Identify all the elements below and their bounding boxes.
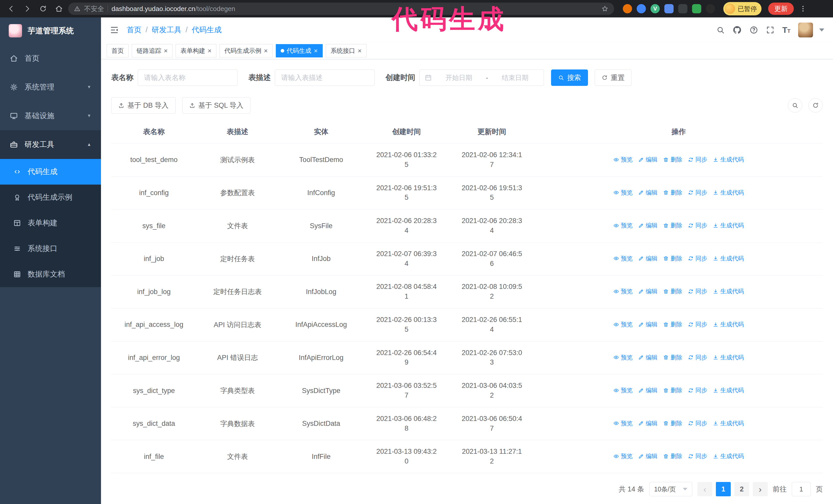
next-page-button[interactable]: › bbox=[753, 482, 768, 496]
action-preview[interactable]: 预览 bbox=[613, 189, 633, 197]
action-edit[interactable]: 编辑 bbox=[638, 452, 658, 460]
bookmark-star-icon[interactable] bbox=[601, 5, 609, 12]
action-delete[interactable]: 删除 bbox=[663, 287, 682, 295]
tab-2[interactable]: 表单构建× bbox=[175, 44, 216, 57]
action-preview[interactable]: 预览 bbox=[613, 287, 633, 295]
action-preview[interactable]: 预览 bbox=[613, 221, 633, 230]
tab-1[interactable]: 链路追踪× bbox=[132, 44, 172, 57]
sidebar-item-1[interactable]: 系统管理▼ bbox=[0, 73, 101, 101]
action-sync[interactable]: 同步 bbox=[688, 189, 707, 197]
tab-close-icon[interactable]: × bbox=[264, 47, 268, 54]
sidebar-subitem-3[interactable]: 系统接口 bbox=[0, 236, 101, 262]
search-button[interactable]: 搜索 bbox=[551, 70, 588, 86]
action-delete[interactable]: 删除 bbox=[663, 155, 682, 164]
action-delete[interactable]: 删除 bbox=[663, 386, 682, 394]
tab-0[interactable]: 首页 bbox=[106, 44, 129, 57]
tab-close-icon[interactable]: × bbox=[358, 47, 362, 54]
action-edit[interactable]: 编辑 bbox=[638, 155, 658, 164]
action-sync[interactable]: 同步 bbox=[688, 452, 707, 460]
tab-4[interactable]: 代码生成× bbox=[276, 44, 323, 57]
action-edit[interactable]: 编辑 bbox=[638, 189, 658, 197]
action-generate-code[interactable]: 生成代码 bbox=[713, 354, 744, 361]
action-edit[interactable]: 编辑 bbox=[638, 419, 658, 427]
sidebar-subitem-0[interactable]: 代码生成 bbox=[0, 159, 101, 185]
breadcrumb-item-0[interactable]: 首页 bbox=[127, 25, 142, 35]
breadcrumb-item-1[interactable]: 研发工具 bbox=[152, 25, 182, 35]
extension-icon-1[interactable] bbox=[623, 4, 632, 13]
action-preview[interactable]: 预览 bbox=[613, 452, 633, 460]
header-search-icon[interactable] bbox=[716, 26, 725, 34]
tab-3[interactable]: 代码生成示例× bbox=[219, 44, 272, 57]
action-generate-code[interactable]: 生成代码 bbox=[713, 221, 744, 230]
sidebar-subitem-2[interactable]: 表单构建 bbox=[0, 210, 101, 236]
action-delete[interactable]: 删除 bbox=[663, 320, 682, 329]
font-size-icon[interactable]: TT bbox=[782, 26, 790, 34]
action-sync[interactable]: 同步 bbox=[688, 155, 707, 164]
sidebar-item-0[interactable]: 首页 bbox=[0, 44, 101, 73]
action-edit[interactable]: 编辑 bbox=[638, 221, 658, 230]
address-bar[interactable]: 不安全 dashboard.yudao.iocoder.cn/tool/code… bbox=[68, 3, 614, 15]
action-delete[interactable]: 删除 bbox=[663, 221, 682, 230]
extension-icon-7[interactable] bbox=[706, 4, 715, 13]
github-icon[interactable] bbox=[733, 25, 742, 34]
page-size-select[interactable]: 10条/页 bbox=[649, 482, 692, 496]
action-generate-code[interactable]: 生成代码 bbox=[713, 189, 744, 197]
action-sync[interactable]: 同步 bbox=[688, 419, 707, 427]
action-sync[interactable]: 同步 bbox=[688, 221, 707, 230]
action-delete[interactable]: 删除 bbox=[663, 189, 682, 197]
action-delete[interactable]: 删除 bbox=[663, 452, 682, 460]
action-edit[interactable]: 编辑 bbox=[638, 320, 658, 329]
browser-menu-kebab-icon[interactable] bbox=[796, 2, 810, 16]
table-desc-input[interactable] bbox=[275, 70, 375, 86]
reload-button[interactable] bbox=[37, 2, 50, 16]
tab-close-icon[interactable]: × bbox=[208, 47, 211, 54]
action-sync[interactable]: 同步 bbox=[688, 354, 707, 361]
import-sql-button[interactable]: 基于 SQL 导入 bbox=[182, 97, 251, 114]
action-preview[interactable]: 预览 bbox=[613, 155, 633, 164]
action-sync[interactable]: 同步 bbox=[688, 255, 707, 263]
browser-home-button[interactable] bbox=[52, 2, 66, 16]
sidebar-subitem-1[interactable]: 代码生成示例 bbox=[0, 185, 101, 210]
page-button-1[interactable]: 1 bbox=[716, 482, 731, 496]
back-button[interactable] bbox=[5, 2, 18, 16]
action-delete[interactable]: 删除 bbox=[663, 419, 682, 427]
action-preview[interactable]: 预览 bbox=[613, 320, 633, 329]
action-generate-code[interactable]: 生成代码 bbox=[713, 320, 744, 329]
logo-row[interactable]: 芋道管理系统 bbox=[0, 18, 101, 44]
action-edit[interactable]: 编辑 bbox=[638, 386, 658, 394]
extension-icon-5[interactable] bbox=[678, 4, 687, 13]
action-sync[interactable]: 同步 bbox=[688, 287, 707, 295]
goto-page-input[interactable] bbox=[792, 482, 811, 496]
create-time-range-picker[interactable]: 开始日期 - 结束日期 bbox=[419, 70, 544, 86]
extension-icon-2[interactable] bbox=[637, 4, 646, 13]
table-name-input[interactable] bbox=[138, 70, 238, 86]
action-edit[interactable]: 编辑 bbox=[638, 287, 658, 295]
action-delete[interactable]: 删除 bbox=[663, 354, 682, 361]
action-generate-code[interactable]: 生成代码 bbox=[713, 255, 744, 263]
action-preview[interactable]: 预览 bbox=[613, 255, 633, 263]
user-avatar[interactable] bbox=[798, 23, 813, 38]
profile-chip[interactable]: 已暂停 bbox=[723, 2, 761, 16]
update-button[interactable]: 更新 bbox=[768, 3, 794, 15]
action-generate-code[interactable]: 生成代码 bbox=[713, 287, 744, 295]
breadcrumb-item-2[interactable]: 代码生成 bbox=[192, 25, 221, 35]
fullscreen-icon[interactable] bbox=[766, 26, 775, 34]
extension-icon-6[interactable] bbox=[692, 4, 701, 13]
extension-icon-3[interactable]: V bbox=[650, 4, 660, 13]
action-generate-code[interactable]: 生成代码 bbox=[713, 452, 744, 460]
reset-button[interactable]: 重置 bbox=[595, 70, 632, 86]
page-button-2[interactable]: 2 bbox=[734, 482, 749, 496]
import-db-button[interactable]: 基于 DB 导入 bbox=[111, 97, 175, 114]
action-edit[interactable]: 编辑 bbox=[638, 255, 658, 263]
action-sync[interactable]: 同步 bbox=[688, 386, 707, 394]
action-sync[interactable]: 同步 bbox=[688, 320, 707, 329]
action-generate-code[interactable]: 生成代码 bbox=[713, 419, 744, 427]
action-preview[interactable]: 预览 bbox=[613, 354, 633, 361]
action-edit[interactable]: 编辑 bbox=[638, 354, 658, 361]
toggle-search-button[interactable] bbox=[788, 98, 802, 113]
avatar-caret-icon[interactable] bbox=[819, 28, 824, 31]
sidebar-item-2[interactable]: 基础设施▼ bbox=[0, 101, 101, 130]
tab-close-icon[interactable]: × bbox=[164, 47, 168, 54]
extension-icon-4[interactable] bbox=[664, 4, 673, 13]
sidebar-item-3[interactable]: 研发工具▲ bbox=[0, 130, 101, 159]
